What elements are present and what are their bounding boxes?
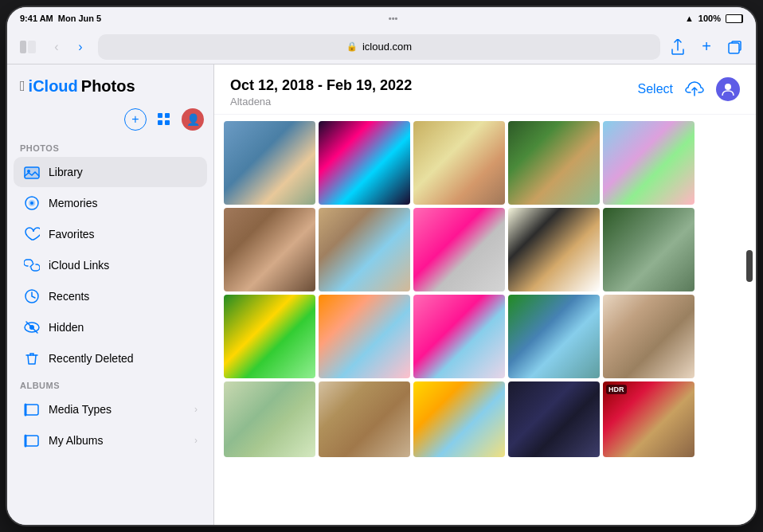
favorites-label: Favorites xyxy=(49,228,198,241)
url-text: icloud.com xyxy=(362,41,412,53)
nav-buttons: ‹ › xyxy=(45,36,92,58)
media-types-chevron: › xyxy=(194,404,198,415)
photo-20[interactable]: HDR xyxy=(603,381,695,457)
svg-rect-0 xyxy=(20,41,26,53)
recents-label: Recents xyxy=(49,290,198,303)
photo-2[interactable] xyxy=(319,121,410,205)
photo-17[interactable] xyxy=(319,381,410,457)
sidebar-item-recents[interactable]: Recents xyxy=(14,281,207,311)
share-button[interactable] xyxy=(667,36,689,58)
wifi-icon: ▲ xyxy=(685,14,694,23)
photo-12[interactable] xyxy=(319,295,410,378)
photo-4[interactable] xyxy=(508,121,600,205)
location: Altadena xyxy=(230,96,412,108)
sidebar-item-library[interactable]: Library xyxy=(14,157,207,187)
forward-button[interactable]: › xyxy=(69,36,92,58)
select-button[interactable]: Select xyxy=(638,82,673,96)
home-button[interactable] xyxy=(746,250,753,282)
tabs-button[interactable] xyxy=(724,36,746,58)
hidden-icon xyxy=(23,319,41,336)
icloud-label: iCloud xyxy=(29,77,78,96)
sidebar-top-icons: + 👤 xyxy=(7,108,213,137)
sidebar-item-recently-deleted[interactable]: Recently Deleted xyxy=(14,343,207,374)
lock-icon: 🔒 xyxy=(346,41,358,52)
grid-icon[interactable] xyxy=(153,108,175,131)
svg-rect-18 xyxy=(25,405,38,415)
sidebar-item-hidden[interactable]: Hidden xyxy=(14,312,207,342)
media-types-icon xyxy=(23,401,41,418)
photo-16[interactable] xyxy=(224,381,315,457)
photo-6[interactable] xyxy=(224,208,315,291)
hdr-badge: HDR xyxy=(606,385,627,394)
content-area: Oct 12, 2018 - Feb 19, 2022 Altadena Sel… xyxy=(214,65,756,525)
user-avatar-sidebar[interactable]: 👤 xyxy=(182,108,204,131)
photo-row-4: HDR xyxy=(224,381,746,457)
svg-rect-2 xyxy=(729,43,739,53)
memories-icon xyxy=(23,194,41,212)
sidebar-toggle-button[interactable] xyxy=(17,36,39,58)
photo-13[interactable] xyxy=(413,295,505,378)
svg-point-12 xyxy=(30,201,33,205)
icloud-links-label: iCloud Links xyxy=(49,259,198,272)
photo-11[interactable] xyxy=(224,295,315,378)
add-tab-button[interactable]: + xyxy=(695,36,718,58)
photo-18[interactable] xyxy=(413,381,505,457)
svg-rect-6 xyxy=(165,120,170,125)
hidden-label: Hidden xyxy=(49,321,198,334)
header-actions: Select xyxy=(638,77,740,101)
svg-point-22 xyxy=(725,84,731,90)
photo-19[interactable] xyxy=(508,381,600,457)
svg-rect-7 xyxy=(25,167,39,178)
albums-section-label: Albums xyxy=(7,374,213,393)
photos-section-label: Photos xyxy=(7,137,213,156)
sidebar-item-my-albums[interactable]: My Albums › xyxy=(14,425,207,456)
battery-percent: 100% xyxy=(698,14,721,23)
photo-row-3 xyxy=(224,295,746,378)
photo-5[interactable] xyxy=(603,121,695,205)
sidebar:  iCloud Photos + 👤 Photos xyxy=(7,65,214,525)
photo-7[interactable] xyxy=(319,208,410,291)
memories-label: Memories xyxy=(49,197,198,209)
photo-14[interactable] xyxy=(508,295,600,378)
svg-rect-4 xyxy=(165,113,170,118)
photo-10[interactable] xyxy=(603,208,695,291)
main-area:  iCloud Photos + 👤 Photos xyxy=(7,65,756,525)
people-button[interactable] xyxy=(716,77,740,101)
photo-8[interactable] xyxy=(413,208,505,291)
media-types-label: Media Types xyxy=(49,403,186,416)
ipad-frame: 9:41 AM Mon Jun 5 ••• ▲ 100% ‹ › 🔒 iclou… xyxy=(7,7,756,525)
favorites-icon xyxy=(23,225,41,243)
url-bar[interactable]: 🔒 icloud.com xyxy=(98,34,660,60)
apple-logo:  xyxy=(20,78,25,95)
battery-icon xyxy=(726,14,743,23)
date-location: Oct 12, 2018 - Feb 19, 2022 Altadena xyxy=(230,77,412,108)
back-button[interactable]: ‹ xyxy=(45,36,68,58)
time: 9:41 AM xyxy=(20,14,53,23)
date: Mon Jun 5 xyxy=(58,14,101,23)
sidebar-item-memories[interactable]: Memories xyxy=(14,188,207,218)
svg-rect-20 xyxy=(25,436,38,446)
svg-rect-1 xyxy=(28,41,36,53)
photo-1[interactable] xyxy=(224,121,315,205)
browser-bar: ‹ › 🔒 icloud.com + xyxy=(7,29,756,65)
recents-icon xyxy=(23,288,41,305)
status-right: ▲ 100% xyxy=(685,14,743,23)
sidebar-item-media-types[interactable]: Media Types › xyxy=(14,394,207,424)
photo-grid: HDR xyxy=(214,115,756,525)
icloud-links-icon xyxy=(23,256,41,274)
recently-deleted-icon xyxy=(23,350,41,367)
photo-15[interactable] xyxy=(603,295,695,378)
library-label: Library xyxy=(49,166,198,178)
browser-actions: + xyxy=(667,36,746,58)
svg-rect-5 xyxy=(158,120,162,125)
dots-center: ••• xyxy=(389,14,398,23)
sidebar-item-favorites[interactable]: Favorites xyxy=(14,219,207,249)
app-header:  iCloud Photos xyxy=(7,77,213,108)
upload-button[interactable] xyxy=(683,77,706,101)
add-icon[interactable]: + xyxy=(124,108,147,131)
photo-3[interactable] xyxy=(413,121,505,205)
photos-label: Photos xyxy=(81,77,135,96)
photo-9[interactable] xyxy=(508,208,600,291)
sidebar-item-icloud-links[interactable]: iCloud Links xyxy=(14,250,207,280)
photo-row-1 xyxy=(224,121,746,205)
